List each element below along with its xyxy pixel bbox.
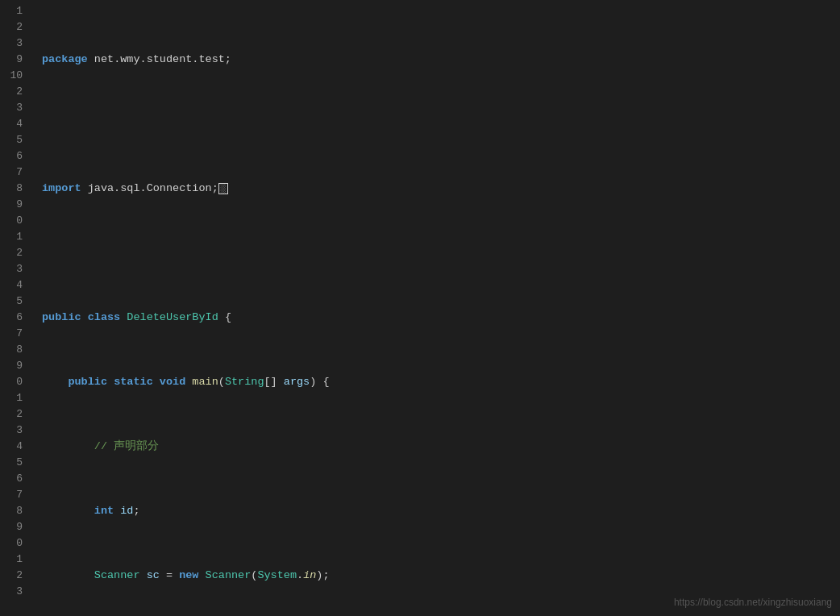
ln-0b: 0	[3, 374, 23, 390]
line-comment-decl: // 声明部分	[42, 439, 840, 455]
ln-3: 3	[3, 35, 23, 52]
ln-4b: 4	[3, 116, 23, 132]
line-empty-9	[42, 245, 840, 261]
ln-5: 5	[3, 132, 23, 148]
ln-3d: 3	[3, 422, 23, 439]
ln-9b: 9	[3, 197, 23, 213]
code-lines: package net.wmy.student.test; import jav…	[29, 3, 840, 616]
line-scanner: Scanner sc = new Scanner(System.in);	[42, 568, 840, 584]
ln-3c: 3	[3, 261, 23, 277]
ln-4d: 4	[3, 439, 23, 455]
ln-2e: 2	[3, 568, 23, 584]
ln-5c: 5	[3, 293, 23, 310]
ln-9c: 9	[3, 358, 23, 374]
ln-8c: 8	[3, 342, 23, 358]
line-import: import java.sql.Connection;░	[42, 181, 840, 197]
line-main-method: public static void main(String[] args) {	[42, 374, 840, 390]
ln-5d: 5	[3, 455, 23, 471]
ln-9d: 9	[3, 519, 23, 535]
ln-7d: 7	[3, 487, 23, 503]
ln-10: 10	[3, 68, 23, 84]
ln-1c: 1	[3, 229, 23, 245]
ln-2: 2	[3, 19, 23, 35]
ln-0c: 0	[3, 535, 23, 551]
ln-6: 6	[3, 148, 23, 164]
watermark: https://blog.csdn.net/xingzhisuoxiang	[674, 597, 832, 608]
ln-2b: 2	[3, 84, 23, 100]
ln-3b: 3	[3, 100, 23, 116]
code-editor: 1 2 3 9 10 2 3 4 5 6 7 8 9 0 1 2 3 4 5 6…	[0, 0, 840, 616]
ln-6c: 6	[3, 310, 23, 326]
line-int-id: int id;	[42, 503, 840, 519]
ln-8: 8	[3, 181, 23, 197]
ln-6d: 6	[3, 471, 23, 487]
ln-1e: 1	[3, 551, 23, 568]
ln-7c: 7	[3, 326, 23, 342]
ln-2c: 2	[3, 245, 23, 261]
line-package: package net.wmy.student.test;	[42, 52, 840, 68]
ln-9: 9	[3, 52, 23, 68]
line-empty-1	[42, 116, 840, 132]
ln-3e: 3	[3, 584, 23, 600]
ln-8d: 8	[3, 503, 23, 519]
line-class-decl: public class DeleteUserById {	[42, 310, 840, 326]
ln-1: 1	[3, 3, 23, 19]
ln-1d: 1	[3, 390, 23, 406]
ln-2d: 2	[3, 406, 23, 422]
ln-4c: 4	[3, 277, 23, 293]
ln-0a: 0	[3, 213, 23, 229]
ln-7: 7	[3, 164, 23, 181]
line-numbers: 1 2 3 9 10 2 3 4 5 6 7 8 9 0 1 2 3 4 5 6…	[0, 3, 29, 616]
